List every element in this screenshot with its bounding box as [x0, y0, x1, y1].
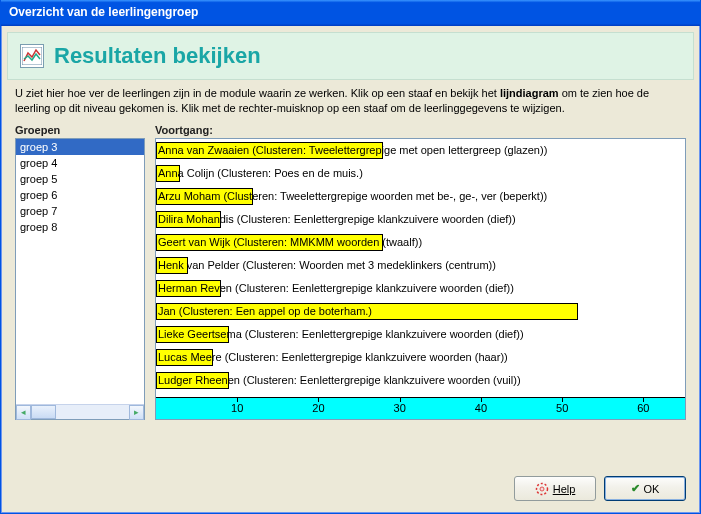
bar-label: Arzu Moham (Clusteren: Tweelettergrepige… [158, 190, 547, 202]
svg-point-2 [540, 487, 544, 491]
scroll-thumb[interactable] [31, 405, 56, 419]
scroll-track[interactable] [31, 405, 129, 419]
progress-column: Voortgang: Anna van Zwaaien (Clusteren: … [155, 124, 686, 420]
group-item[interactable]: groep 7 [16, 203, 144, 219]
help-icon [535, 482, 549, 496]
dialog-window: Overzicht van de leerlingengroep Resulta… [0, 0, 701, 514]
group-item[interactable]: groep 4 [16, 155, 144, 171]
chart-icon [20, 44, 44, 68]
progress-chart: Anna van Zwaaien (Clusteren: Tweeletterg… [155, 138, 686, 420]
progress-bar[interactable]: Lieke Geertsema (Clusteren: Eenlettergre… [156, 323, 685, 346]
axis-tick-label: 10 [231, 402, 243, 414]
bar-label: Ludger Rheenen (Clusteren: Eenlettergrep… [158, 374, 521, 386]
progress-label: Voortgang: [155, 124, 686, 136]
groups-listbox[interactable]: groep 3groep 4groep 5groep 6groep 7groep… [15, 138, 145, 420]
help-button-label: Help [553, 483, 576, 495]
progress-bar[interactable]: Jan (Clusteren: Een appel op de boterham… [156, 300, 685, 323]
button-row: Help ✔ OK [514, 476, 686, 501]
ok-button[interactable]: ✔ OK [604, 476, 686, 501]
progress-bar[interactable]: Dilira Mohandis (Clusteren: Eenlettergre… [156, 208, 685, 231]
titlebar[interactable]: Overzicht van de leerlingengroep [1, 0, 700, 26]
progress-bar[interactable]: Geert van Wijk (Clusteren: MMKMM woorden… [156, 231, 685, 254]
x-axis: 102030405060 [156, 397, 685, 419]
header-panel: Resultaten bekijken [7, 32, 694, 80]
bars-area: Anna van Zwaaien (Clusteren: Tweeletterg… [156, 139, 685, 397]
help-button[interactable]: Help [514, 476, 596, 501]
axis-tick-label: 20 [312, 402, 324, 414]
axis-tick-label: 60 [637, 402, 649, 414]
bar-label: Lucas Meere (Clusteren: Eenlettergrepige… [158, 351, 508, 363]
window-title: Overzicht van de leerlingengroep [9, 5, 198, 19]
bar-label: Herman Reven (Clusteren: Eenlettergrepig… [158, 282, 514, 294]
groups-column: Groepen groep 3groep 4groep 5groep 6groe… [15, 124, 145, 420]
page-title: Resultaten bekijken [54, 43, 261, 69]
progress-bar[interactable]: Arzu Moham (Clusteren: Tweelettergrepige… [156, 185, 685, 208]
bar-label: Henk van Pelder (Clusteren: Woorden met … [158, 259, 496, 271]
bar-label: Jan (Clusteren: Een appel op de boterham… [158, 305, 372, 317]
progress-bar[interactable]: Henk van Pelder (Clusteren: Woorden met … [156, 254, 685, 277]
ok-button-label: OK [644, 483, 660, 495]
bar-label: Lieke Geertsema (Clusteren: Eenlettergre… [158, 328, 524, 340]
group-item[interactable]: groep 3 [16, 139, 144, 155]
intro-text: U ziet hier hoe ver de leerlingen zijn i… [15, 86, 686, 116]
bar-label: Anna Colijn (Clusteren: Poes en de muis.… [158, 167, 363, 179]
progress-bar[interactable]: Anna Colijn (Clusteren: Poes en de muis.… [156, 162, 685, 185]
scroll-right-button[interactable]: ▸ [129, 405, 144, 420]
scrollbar-horizontal[interactable]: ◂ ▸ [16, 404, 144, 419]
bar-label: Anna van Zwaaien (Clusteren: Tweeletterg… [158, 144, 547, 156]
progress-bar[interactable]: Herman Reven (Clusteren: Eenlettergrepig… [156, 277, 685, 300]
axis-tick-label: 50 [556, 402, 568, 414]
bar-label: Dilira Mohandis (Clusteren: Eenlettergre… [158, 213, 516, 225]
scroll-left-button[interactable]: ◂ [16, 405, 31, 420]
groups-label: Groepen [15, 124, 145, 136]
group-item[interactable]: groep 6 [16, 187, 144, 203]
content-area: Groepen groep 3groep 4groep 5groep 6groe… [15, 124, 686, 420]
progress-bar[interactable]: Lucas Meere (Clusteren: Eenlettergrepige… [156, 346, 685, 369]
group-item[interactable]: groep 5 [16, 171, 144, 187]
axis-tick-label: 30 [394, 402, 406, 414]
group-item[interactable]: groep 8 [16, 219, 144, 235]
axis-tick-label: 40 [475, 402, 487, 414]
bar-label: Geert van Wijk (Clusteren: MMKMM woorden… [158, 236, 422, 248]
check-icon: ✔ [631, 482, 640, 495]
progress-bar[interactable]: Anna van Zwaaien (Clusteren: Tweeletterg… [156, 139, 685, 162]
progress-bar[interactable]: Ludger Rheenen (Clusteren: Eenlettergrep… [156, 369, 685, 392]
